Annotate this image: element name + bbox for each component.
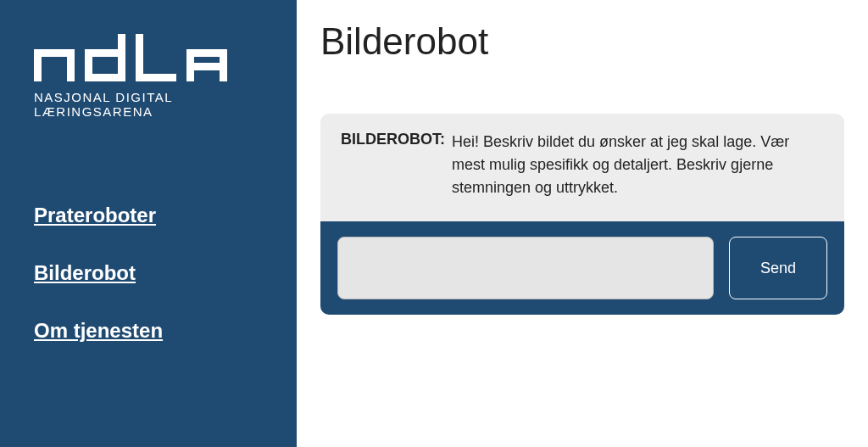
logo-tagline: NASJONAL DIGITAL LÆRINGSARENA xyxy=(34,90,263,119)
main: Bilderobot BILDEROBOT: Hei! Beskriv bild… xyxy=(297,0,868,447)
send-button[interactable]: Send xyxy=(729,237,827,299)
chat-panel: BILDEROBOT: Hei! Beskriv bildet du ønske… xyxy=(320,114,844,315)
chat-input[interactable] xyxy=(337,237,714,299)
svg-rect-2 xyxy=(67,49,75,81)
sidebar: NASJONAL DIGITAL LÆRINGSARENA Praterobot… xyxy=(0,0,297,447)
page-title: Bilderobot xyxy=(320,20,844,63)
logo: NASJONAL DIGITAL LÆRINGSARENA xyxy=(34,34,263,119)
svg-rect-12 xyxy=(220,49,227,81)
chat-input-row: Send xyxy=(320,221,844,315)
ndla-logo-icon xyxy=(34,34,237,81)
nav-prateroboter[interactable]: Prateroboter xyxy=(34,204,263,227)
chat-message: BILDEROBOT: Hei! Beskriv bildet du ønske… xyxy=(320,114,844,221)
nav-om-tjenesten[interactable]: Om tjenesten xyxy=(34,319,263,343)
svg-rect-6 xyxy=(118,34,125,81)
nav-bilderobot[interactable]: Bilderobot xyxy=(34,261,263,285)
chat-greeting-text: Hei! Beskriv bildet du ønsker at jeg ska… xyxy=(452,131,824,199)
svg-rect-8 xyxy=(136,74,176,81)
chat-author: BILDEROBOT: xyxy=(341,131,445,148)
nav-links: Prateroboter Bilderobot Om tjenesten xyxy=(34,204,263,343)
